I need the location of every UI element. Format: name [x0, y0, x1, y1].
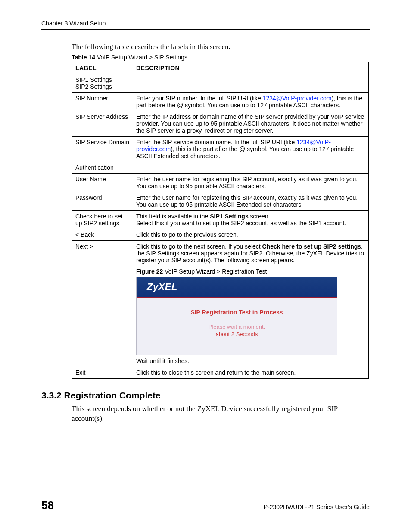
footer-rule — [41, 497, 370, 497]
bold-text: SIP1 Settings — [210, 213, 248, 220]
cell-label: Next > — [72, 241, 133, 367]
header-rule — [41, 29, 370, 30]
cell-label: SIP Number — [72, 93, 133, 111]
text: screen. — [249, 213, 270, 220]
cell-desc: Enter the SIP service domain name. In th… — [133, 137, 369, 162]
running-header: Chapter 3 Wizard Setup — [41, 20, 370, 29]
section-heading: 3.3.2 Registration Complete — [41, 390, 370, 401]
figure-subtext: Please wait a moment. — [139, 324, 334, 330]
settings-table: LABEL DESCRIPTION SIP1 Settings SIP2 Set… — [72, 62, 369, 379]
cell-label: < Back — [72, 229, 133, 241]
brand-logo-text: ZyXEL — [147, 281, 177, 292]
cell-desc: Click this to go to the next screen. If … — [133, 241, 369, 367]
table-caption: Table 14 VoIP Setup Wizard > SIP Setting… — [72, 54, 370, 61]
cell-desc: Enter the user name for registering this… — [133, 174, 369, 192]
cell-desc: Enter your SIP number. In the full SIP U… — [133, 93, 369, 111]
table-row: Exit Click this to close this screen and… — [72, 367, 368, 379]
page-number: 58 — [41, 499, 54, 512]
text: This field is available in the — [136, 213, 210, 220]
figure-caption: Figure 22 VoIP Setup Wizard > Registrati… — [136, 268, 365, 275]
bold-text: Check here to set up SIP2 settings — [262, 243, 361, 250]
figure-header: ZyXEL — [137, 277, 337, 298]
cell-label: User Name — [72, 174, 133, 192]
guide-name: P-2302HWUDL-P1 Series User's Guide — [264, 504, 370, 510]
figure-screenshot: ZyXEL SIP Registration Test in Process P… — [136, 277, 337, 355]
cell-desc — [133, 162, 369, 174]
cell-label: Password — [72, 192, 133, 211]
intro-paragraph: The following table describes the labels… — [72, 43, 370, 51]
table-header-row: LABEL DESCRIPTION — [72, 62, 368, 74]
table-row: Password Enter the user name for registe… — [72, 192, 368, 211]
text: Click this to go to the next screen. If … — [136, 243, 262, 250]
cell-label: SIP Server Address — [72, 111, 133, 137]
cell-label: Check here to set up SIP2 settings — [72, 211, 133, 229]
cell-desc — [133, 74, 369, 93]
table-row: Check here to set up SIP2 settings This … — [72, 211, 368, 229]
figure-subtext2: about 2 Seconds — [139, 331, 334, 337]
figure-caption-bold: Figure 22 — [136, 268, 163, 275]
table-row: User Name Enter the user name for regist… — [72, 174, 368, 192]
cell-desc: Click this to go to the previous screen. — [133, 229, 369, 241]
section-body: This screen depends on whether or not th… — [72, 404, 370, 424]
page-footer: 58 P-2302HWUDL-P1 Series User's Guide — [41, 497, 370, 512]
table-row: SIP Service Domain Enter the SIP service… — [72, 137, 368, 162]
table-row: SIP1 Settings SIP2 Settings — [72, 74, 368, 93]
table-row: < Back Click this to go to the previous … — [72, 229, 368, 241]
table-caption-bold: Table 14 — [72, 54, 95, 61]
text: Wait until it finishes. — [136, 358, 365, 364]
cell-label: Exit — [72, 367, 133, 379]
figure-caption-rest: VoIP Setup Wizard > Registration Test — [163, 268, 267, 275]
cell-label: Authentication — [72, 162, 133, 174]
col-header-description: DESCRIPTION — [133, 62, 369, 74]
table-row: Next > Click this to go to the next scre… — [72, 241, 368, 367]
col-header-label: LABEL — [72, 62, 133, 74]
cell-label: SIP Service Domain — [72, 137, 133, 162]
table-row: Authentication — [72, 162, 368, 174]
figure-title: SIP Registration Test in Process — [139, 309, 334, 316]
cell-desc: Enter the IP address or domain name of t… — [133, 111, 369, 137]
cell-desc: Enter the user name for registering this… — [133, 192, 369, 211]
text: Select this if you want to set up the SI… — [136, 220, 346, 227]
table-caption-rest: VoIP Setup Wizard > SIP Settings — [95, 54, 187, 61]
text: Enter your SIP number. In the full SIP U… — [136, 95, 263, 102]
sip-uri-link[interactable]: 1234@VoIP-provider.com — [263, 95, 332, 102]
figure-body: SIP Registration Test in Process Please … — [137, 298, 337, 355]
table-row: SIP Server Address Enter the IP address … — [72, 111, 368, 137]
cell-desc: This field is available in the SIP1 Sett… — [133, 211, 369, 229]
cell-desc: Click this to close this screen and retu… — [133, 367, 369, 379]
table-row: SIP Number Enter your SIP number. In the… — [72, 93, 368, 111]
text: Enter the SIP service domain name. In th… — [136, 139, 296, 146]
cell-label: SIP1 Settings SIP2 Settings — [72, 74, 133, 93]
